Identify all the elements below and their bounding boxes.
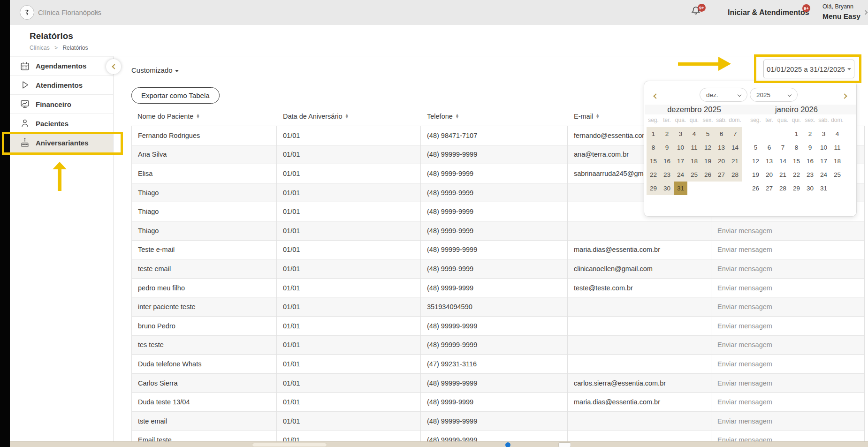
calendar-day[interactable]: 25: [830, 168, 844, 182]
enviar-mensagem-button[interactable]: Enviar mensagem: [711, 241, 865, 259]
calendar-day[interactable]: 28: [728, 168, 742, 182]
calendar-day[interactable]: 26: [701, 168, 715, 182]
enviar-mensagem-button[interactable]: Enviar mensagem: [711, 259, 865, 278]
calendar-day[interactable]: 11: [830, 141, 844, 154]
calendar-day[interactable]: 24: [817, 168, 830, 182]
enviar-mensagem-button[interactable]: Enviar mensagem: [711, 317, 865, 335]
scrollbar-thumb[interactable]: [252, 443, 327, 447]
calendar-day[interactable]: 18: [830, 154, 844, 168]
calendar-day[interactable]: 24: [674, 168, 687, 182]
calendar-day[interactable]: 2: [803, 127, 817, 141]
calendar-day[interactable]: 9: [803, 141, 817, 154]
column-header-telefone[interactable]: Telefone ▲▼: [421, 113, 568, 120]
column-header-nome[interactable]: Nome do Paciente ▲▼: [131, 113, 277, 120]
calendar-day[interactable]: 6: [762, 141, 776, 154]
sidebar-collapse-button[interactable]: [106, 59, 121, 74]
enviar-mensagem-button[interactable]: Enviar mensagem: [711, 221, 865, 240]
calendar-day[interactable]: 9: [660, 141, 674, 154]
calendar-day[interactable]: 3: [674, 127, 687, 141]
breadcrumb-parent[interactable]: Clínicas: [30, 45, 50, 51]
calendar-day[interactable]: 12: [701, 141, 715, 154]
enviar-mensagem-button[interactable]: Enviar mensagem: [711, 412, 865, 431]
sidebar-item-pacientes[interactable]: Pacientes: [10, 114, 113, 133]
calendar-day[interactable]: 8: [790, 141, 803, 154]
calendar-day[interactable]: 10: [817, 141, 830, 154]
taskbar-window-icon[interactable]: [558, 442, 571, 447]
clinic-logo[interactable]: [20, 5, 34, 20]
calendar-day[interactable]: 26: [749, 182, 762, 195]
calendar-day[interactable]: 30: [660, 182, 674, 195]
calendar-day[interactable]: 27: [715, 168, 728, 182]
date-range-picker[interactable]: 01/01/2025 a 31/12/2025: [763, 60, 854, 78]
calendar-day[interactable]: 20: [715, 154, 728, 168]
calendar-day[interactable]: 4: [687, 127, 701, 141]
sidebar-item-financeiro[interactable]: Financeiro: [10, 95, 113, 114]
calendar-day[interactable]: 2: [660, 127, 674, 141]
enviar-mensagem-button[interactable]: Enviar mensagem: [711, 297, 865, 316]
enviar-mensagem-button[interactable]: Enviar mensagem: [711, 393, 865, 411]
calendar-day[interactable]: 21: [776, 168, 790, 182]
calendar-day[interactable]: 29: [790, 182, 803, 195]
calendar-day[interactable]: 7: [776, 141, 790, 154]
calendar-day[interactable]: 19: [701, 154, 715, 168]
preset-dropdown[interactable]: Customizado: [131, 66, 179, 74]
calendar-day[interactable]: 28: [776, 182, 790, 195]
export-table-button[interactable]: Exportar como Tabela: [131, 87, 220, 104]
enviar-mensagem-button[interactable]: Enviar mensagem: [711, 279, 865, 297]
calendar-day[interactable]: 15: [647, 154, 660, 168]
calendar-day[interactable]: 31: [674, 182, 687, 195]
calendar-day[interactable]: 22: [790, 168, 803, 182]
calendar-day[interactable]: 20: [762, 168, 776, 182]
calendar-day[interactable]: 23: [660, 168, 674, 182]
calendar-next-button[interactable]: [843, 91, 848, 100]
calendar-day[interactable]: 12: [749, 154, 762, 168]
calendar-day[interactable]: 4: [830, 127, 844, 141]
calendar-day[interactable]: 3: [817, 127, 830, 141]
enviar-mensagem-button[interactable]: Enviar mensagem: [711, 336, 865, 355]
calendar-day[interactable]: 17: [674, 154, 687, 168]
enviar-mensagem-button[interactable]: Enviar mensagem: [711, 374, 865, 393]
calendar-day[interactable]: 19: [749, 168, 762, 182]
user-menu-chevron-icon[interactable]: [863, 10, 868, 15]
calendar-day[interactable]: 11: [687, 141, 701, 154]
year-select[interactable]: 2025: [750, 88, 798, 102]
sidebar-item-atendimentos[interactable]: Atendimentos: [10, 76, 113, 95]
calendar-day[interactable]: 14: [728, 141, 742, 154]
calendar-day[interactable]: 27: [762, 182, 776, 195]
calendar-prev-button[interactable]: [653, 91, 658, 100]
month-select[interactable]: dez.: [700, 88, 747, 102]
calendar-day[interactable]: 7: [728, 127, 742, 141]
calendar-day[interactable]: 15: [790, 154, 803, 168]
calendar-day[interactable]: 23: [803, 168, 817, 182]
calendar-day[interactable]: 17: [817, 154, 830, 168]
calendar-day[interactable]: 21: [728, 154, 742, 168]
sidebar-item-agendamentos[interactable]: Agendamentos: [10, 56, 113, 76]
calendar-day[interactable]: 18: [687, 154, 701, 168]
calendar-day[interactable]: 1: [647, 127, 660, 141]
calendar-day[interactable]: 22: [647, 168, 660, 182]
calendar-day[interactable]: 13: [715, 141, 728, 154]
cell-name: tste email: [132, 412, 277, 431]
calendar-day[interactable]: 6: [715, 127, 728, 141]
sidebar-item-aniversariantes[interactable]: Aniversariantes: [10, 133, 113, 152]
calendar-day[interactable]: 16: [660, 154, 674, 168]
calendar-day[interactable]: 31: [817, 182, 830, 195]
taskbar-app-icon[interactable]: [505, 442, 510, 447]
user-menu[interactable]: Olá, Bryann Menu Easy: [822, 3, 860, 21]
enviar-mensagem-button[interactable]: Enviar mensagem: [711, 355, 865, 373]
calendar-day[interactable]: 1: [790, 127, 803, 141]
calendar-day[interactable]: 30: [803, 182, 817, 195]
calendar-day[interactable]: 10: [674, 141, 687, 154]
calendar-day[interactable]: 5: [701, 127, 715, 141]
column-header-aniversario[interactable]: Data de Aniversário ▲▼: [277, 113, 421, 120]
calendar-day[interactable]: 25: [687, 168, 701, 182]
calendar-day[interactable]: 13: [762, 154, 776, 168]
calendar-day[interactable]: 14: [776, 154, 790, 168]
calendar-day[interactable]: 16: [803, 154, 817, 168]
iniciar-atendimentos-link[interactable]: Iniciar & Atendimentos: [728, 0, 809, 25]
calendar-day[interactable]: 8: [647, 141, 660, 154]
notifications-button[interactable]: 9+: [690, 5, 706, 21]
calendar-day[interactable]: 29: [647, 182, 660, 195]
calendar-day[interactable]: 5: [749, 141, 762, 154]
clinic-name[interactable]: Clínica Florianópolis: [38, 0, 101, 25]
